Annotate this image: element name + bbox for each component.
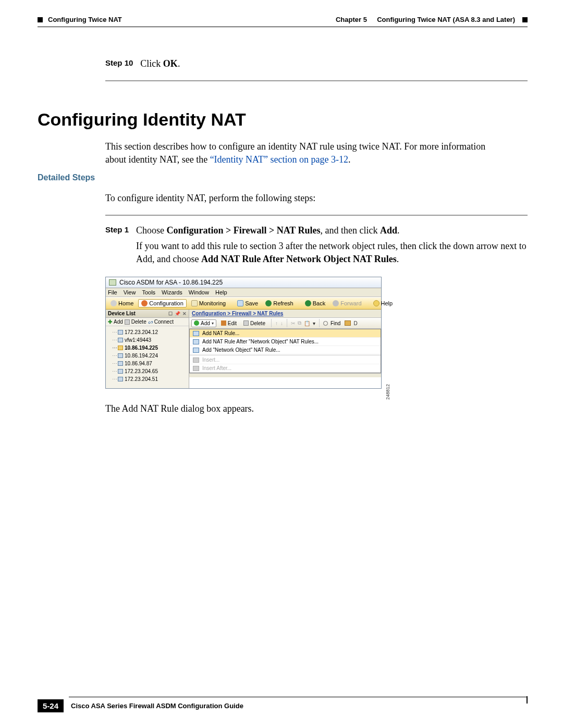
forward-icon — [333, 300, 339, 306]
section-heading: Configuring Identity NAT — [38, 109, 528, 130]
main-panel: Configuration > Firewall > NAT Rules Add… — [189, 310, 381, 388]
configuration-button[interactable]: Configuration — [138, 299, 186, 307]
device-item[interactable]: ⋯172.23.204.65 — [109, 367, 188, 375]
copy-icon[interactable]: ⧉ — [298, 320, 301, 326]
insert-icon — [193, 357, 199, 363]
device-list-panel: Device List ☐📌✕ ✚Add Delete ᔕConnect ⋯17… — [106, 310, 189, 388]
dd-add-after-obj[interactable]: Add NAT Rule After "Network Object" NAT … — [190, 338, 381, 346]
host-icon — [118, 353, 123, 358]
rule-icon — [193, 331, 199, 336]
panel-footer — [189, 373, 381, 377]
header-bullet-icon — [522, 17, 528, 22]
page-footer: 5-24 Cisco ASA Series Firewall ASDM Conf… — [38, 697, 528, 712]
home-button[interactable]: Home — [108, 300, 136, 307]
home-icon — [111, 300, 117, 306]
chevron-down-icon: ▾ — [212, 321, 214, 326]
menu-view[interactable]: View — [124, 289, 136, 295]
forward-button[interactable]: Forward — [330, 300, 364, 307]
menu-tools[interactable]: Tools — [142, 289, 155, 295]
steps-start-rule — [105, 215, 528, 216]
dd-insert: Insert... — [190, 356, 381, 364]
add-dropdown-menu: Add NAT Rule... Add NAT Rule After "Netw… — [189, 329, 381, 373]
connect-button[interactable]: Connect — [154, 319, 174, 325]
device-item-selected[interactable]: ⋯10.86.194.225 — [109, 344, 188, 352]
configuration-icon — [141, 300, 148, 306]
figure-id: 248812 — [385, 384, 390, 400]
breadcrumb[interactable]: Configuration > Firewall > NAT Rules — [189, 310, 381, 318]
app-icon — [109, 279, 116, 286]
back-icon — [305, 300, 311, 306]
dd-add-nat-rule[interactable]: Add NAT Rule... — [190, 329, 381, 338]
step-body: Choose Configuration > Firewall > NAT Ru… — [136, 224, 528, 265]
host-icon — [118, 346, 123, 350]
edit-icon — [221, 320, 226, 326]
footer-guide-title: Cisco ASA Series Firewall ASDM Configura… — [71, 702, 243, 710]
device-item[interactable]: ⋯10.86.94.87 — [109, 360, 188, 367]
toolbar-separator — [287, 319, 287, 327]
dd-add-obj-rule[interactable]: Add "Network Object" NAT Rule... — [190, 346, 381, 354]
toolbar-separator — [271, 319, 272, 327]
step-label: Step 1 — [105, 224, 129, 265]
menu-bar: File View Tools Wizards Window Help — [106, 288, 381, 297]
page-number: 5-24 — [38, 699, 64, 712]
save-button[interactable]: Save — [235, 300, 261, 307]
device-list-header: Device List ☐📌✕ — [106, 310, 189, 318]
device-item[interactable]: ⋯vfw1:49443 — [109, 336, 188, 344]
host-icon — [118, 369, 123, 374]
refresh-button[interactable]: Refresh — [263, 300, 296, 307]
step-10: Step 10 Click OK. — [105, 57, 528, 70]
lead-line: To configure identity NAT, perform the f… — [105, 192, 528, 204]
rule-icon — [193, 339, 199, 344]
header-rule — [38, 27, 528, 27]
device-list-toolbar: ✚Add Delete ᔕConnect — [106, 318, 189, 326]
device-item[interactable]: ⋯172.23.204.12 — [109, 328, 188, 336]
menu-wizards[interactable]: Wizards — [162, 289, 182, 295]
detailed-steps-heading: Detailed Steps — [38, 173, 528, 182]
find-icon — [323, 321, 328, 326]
move-up-icon[interactable]: ↑ — [275, 320, 278, 326]
add-device-button[interactable]: Add — [114, 319, 123, 325]
rules-toolbar: Add ▾ Edit Delete ↑ ↓ ✂ ⧉ 📋 ▾ Find D — [189, 318, 381, 329]
back-button[interactable]: Back — [302, 300, 328, 307]
connect-icon: ᔕ — [148, 319, 153, 325]
intro-paragraph: This section describes how to configure … — [105, 140, 528, 166]
paste-icon[interactable]: 📋 — [304, 320, 310, 326]
delete-rule-button[interactable]: Delete — [241, 320, 267, 327]
diagram-icon[interactable] — [345, 320, 351, 326]
step-label: Step 10 — [105, 57, 133, 70]
add-icon — [194, 320, 199, 326]
help-button[interactable]: Help — [371, 300, 396, 307]
main-toolbar: Home Configuration Monitoring Save Refre… — [106, 297, 381, 310]
step-body: Click OK. — [140, 57, 528, 70]
monitoring-button[interactable]: Monitoring — [189, 300, 228, 307]
delete-device-button[interactable]: Delete — [131, 319, 146, 325]
find-button[interactable]: Find — [331, 320, 340, 326]
insert-after-icon — [193, 366, 199, 371]
toolbar-separator — [319, 319, 320, 327]
delete-icon — [243, 320, 249, 326]
host-icon — [118, 361, 123, 366]
help-icon — [373, 300, 380, 306]
dropdown-separator — [190, 355, 381, 355]
crop-mark — [527, 696, 528, 704]
menu-help[interactable]: Help — [215, 289, 227, 295]
save-icon — [237, 300, 243, 306]
host-icon — [118, 330, 123, 335]
menu-window[interactable]: Window — [189, 289, 209, 295]
panel-close-icon[interactable]: ✕ — [182, 311, 187, 316]
move-down-icon[interactable]: ↓ — [280, 320, 283, 326]
device-item[interactable]: ⋯10.86.194.224 — [109, 352, 188, 360]
trash-icon — [125, 319, 130, 325]
panel-pin-icon[interactable]: ☐ — [168, 311, 173, 316]
menu-file[interactable]: File — [108, 289, 117, 295]
edit-rule-button[interactable]: Edit — [219, 320, 239, 327]
panel-pin-icon[interactable]: 📌 — [175, 311, 180, 316]
dd-insert-after: Insert After... — [190, 364, 381, 373]
add-rule-button[interactable]: Add ▾ — [191, 319, 216, 327]
device-item[interactable]: ⋯172.23.204.51 — [109, 375, 188, 383]
cut-icon[interactable]: ✂ — [291, 320, 295, 326]
monitoring-icon — [191, 300, 198, 306]
crossref-link[interactable]: “Identity NAT” section on page 3-12 — [210, 154, 348, 165]
asdm-screenshot: Cisco ASDM for ASA - 10.86.194.225 File … — [105, 277, 382, 389]
header-chapter: Chapter 5 — [336, 16, 367, 23]
